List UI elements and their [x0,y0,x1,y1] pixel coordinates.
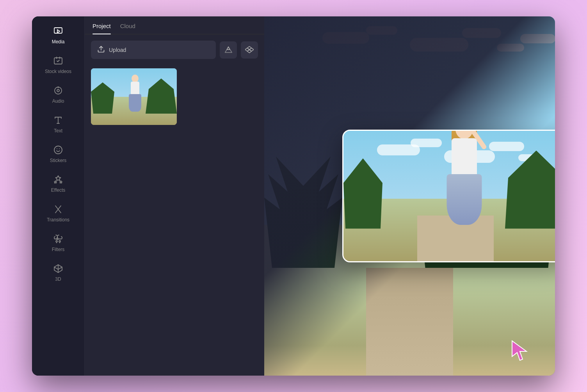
sidebar-item-media[interactable]: Media [37,21,80,49]
sidebar-item-stickers[interactable]: Stickers [37,140,80,168]
google-drive-button[interactable] [220,41,237,59]
card-cloud-4 [489,142,524,151]
google-drive-icon [224,46,233,54]
dropbox-button[interactable] [241,41,258,59]
sidebar-label-text: Text [54,128,62,134]
sidebar-item-text[interactable]: Text [37,110,80,138]
media-icon [53,26,64,37]
sidebar-label-stickers: Stickers [50,158,67,163]
svg-point-6 [57,89,59,92]
card-person [435,130,494,229]
sidebar-label-filters: Filters [52,247,65,252]
card-body [452,138,477,177]
sidebar-label-stock: Stock videos [45,69,71,74]
sidebar: Media Stock videos [32,16,85,376]
3d-icon [53,263,64,274]
sidebar-item-audio[interactable]: Audio [37,80,80,109]
sidebar-label-3d: 3D [55,276,61,282]
filters-icon [53,233,64,244]
upload-area: Upload [85,34,264,65]
transitions-icon [53,204,64,215]
sidebar-label-audio: Audio [52,98,64,104]
cursor-arrow [510,339,534,364]
media-grid [85,65,264,128]
thumb-person [125,75,145,114]
audio-icon [53,85,64,96]
svg-marker-14 [512,341,527,360]
svg-marker-1 [57,30,60,33]
preview-area [264,16,555,376]
cursor-svg [510,339,534,362]
sidebar-item-filters[interactable]: Filters [37,229,80,257]
sidebar-item-transitions[interactable]: Transitions [37,199,80,227]
upload-button[interactable]: Upload [91,41,216,59]
thumb-head [132,75,139,82]
stock-videos-icon [53,55,64,66]
upload-icon [97,45,105,54]
sidebar-label-transitions: Transitions [47,217,69,223]
sidebar-item-effects[interactable]: Effects [37,169,80,198]
text-icon [53,115,64,126]
card-skirt [447,174,482,225]
sidebar-label-media: Media [52,39,65,45]
sidebar-item-stock-videos[interactable]: Stock videos [37,51,80,79]
media-panel: Project Cloud Upload [85,16,264,376]
media-tabs: Project Cloud [85,16,264,34]
focused-card[interactable] [342,130,555,262]
content-area: Project Cloud Upload [85,16,555,376]
dropbox-icon [245,46,254,54]
svg-point-8 [54,146,62,154]
stickers-icon [53,144,64,155]
upload-label: Upload [109,47,126,53]
sidebar-item-3d[interactable]: 3D [37,258,80,287]
tab-project[interactable]: Project [92,23,111,34]
app-window: Media Stock videos [32,16,555,376]
thumb-image-1 [91,68,177,125]
thumb-body [131,82,139,95]
tab-cloud[interactable]: Cloud [120,23,135,34]
media-thumbnail-1[interactable] [91,68,177,125]
effects-icon [53,174,64,185]
sidebar-label-effects: Effects [51,187,65,193]
thumb-skirt [129,94,141,112]
